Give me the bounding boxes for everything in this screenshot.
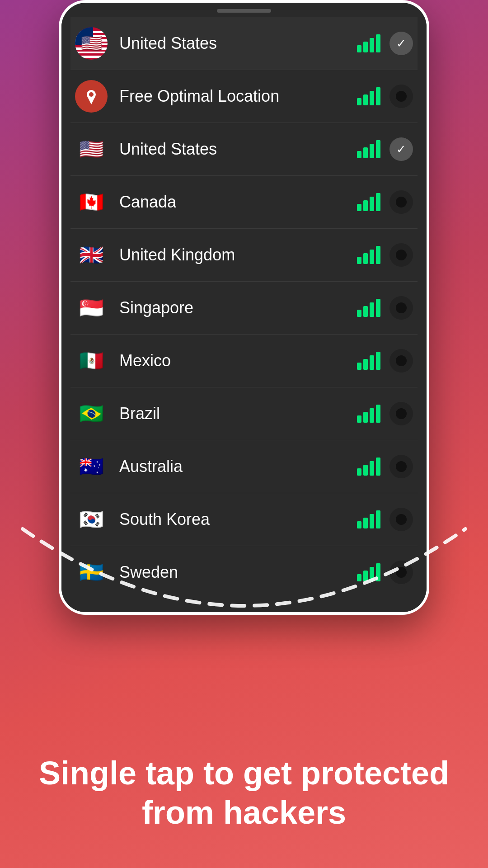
signal-bar-3 bbox=[370, 38, 374, 52]
signal-bar-3 bbox=[370, 461, 374, 476]
checkmark-icon: ✓ bbox=[396, 37, 406, 51]
unselected-icon bbox=[389, 349, 413, 373]
location-name: Singapore bbox=[119, 298, 357, 317]
location-name: Free Optimal Location bbox=[119, 87, 357, 106]
signal-bar-1 bbox=[357, 310, 361, 317]
unselected-icon bbox=[389, 190, 413, 214]
signal-bar-2 bbox=[363, 200, 368, 211]
flag-optimal-icon bbox=[75, 80, 108, 113]
signal-bars bbox=[357, 405, 380, 423]
list-item[interactable]: 🇬🇧 United Kingdom bbox=[70, 229, 418, 282]
selected-icon: ✓ bbox=[389, 32, 413, 55]
flag-mexico-icon: 🇲🇽 bbox=[75, 344, 108, 377]
signal-bar-3 bbox=[370, 144, 374, 158]
signal-bars bbox=[357, 34, 380, 52]
unselected-icon bbox=[389, 296, 413, 320]
list-item[interactable]: 🇸🇬 Singapore bbox=[70, 282, 418, 335]
signal-bar-4 bbox=[376, 458, 380, 476]
signal-bar-1 bbox=[357, 45, 361, 52]
flag-us-icon: 🇺🇸 bbox=[75, 27, 108, 60]
list-item[interactable]: 🇺🇸 United States ✓ bbox=[70, 17, 418, 70]
signal-bar-2 bbox=[363, 94, 368, 105]
list-item[interactable]: Free Optimal Location bbox=[70, 70, 418, 123]
signal-bar-2 bbox=[363, 42, 368, 52]
signal-bar-3 bbox=[370, 302, 374, 317]
list-item[interactable]: 🇨🇦 Canada bbox=[70, 176, 418, 229]
flag-brazil-icon: 🇧🇷 bbox=[75, 397, 108, 430]
location-name: Brazil bbox=[119, 404, 357, 423]
signal-bars bbox=[357, 193, 380, 211]
svg-point-1 bbox=[89, 92, 94, 97]
signal-bars bbox=[357, 458, 380, 476]
signal-bar-2 bbox=[363, 306, 368, 317]
drag-handle bbox=[217, 9, 271, 13]
list-item[interactable]: 🇺🇸 United States ✓ bbox=[70, 123, 418, 176]
signal-bar-2 bbox=[363, 412, 368, 423]
signal-bar-1 bbox=[357, 257, 361, 264]
signal-bar-1 bbox=[357, 204, 361, 211]
signal-bars bbox=[357, 140, 380, 158]
pin-icon bbox=[82, 87, 100, 105]
selected-icon: ✓ bbox=[389, 137, 413, 161]
location-name: Canada bbox=[119, 193, 357, 212]
flag-us-icon: 🇺🇸 bbox=[75, 133, 108, 165]
flag-uk-icon: 🇬🇧 bbox=[75, 239, 108, 271]
signal-bar-3 bbox=[370, 355, 374, 370]
signal-bar-2 bbox=[363, 465, 368, 476]
signal-bar-1 bbox=[357, 363, 361, 370]
bottom-headline: Single tap to get protected from hackers bbox=[27, 754, 461, 832]
signal-bar-2 bbox=[363, 253, 368, 264]
list-item[interactable]: 🇧🇷 Brazil bbox=[70, 387, 418, 440]
signal-bar-4 bbox=[376, 246, 380, 264]
signal-bar-3 bbox=[370, 408, 374, 423]
dashed-arc bbox=[0, 493, 488, 628]
signal-bar-4 bbox=[376, 140, 380, 158]
flag-singapore-icon: 🇸🇬 bbox=[75, 292, 108, 324]
flag-australia-icon: 🇦🇺 bbox=[75, 450, 108, 483]
signal-bars bbox=[357, 87, 380, 105]
signal-bar-1 bbox=[357, 98, 361, 105]
signal-bar-1 bbox=[357, 151, 361, 158]
signal-bar-4 bbox=[376, 405, 380, 423]
location-name: Mexico bbox=[119, 351, 357, 370]
signal-bar-4 bbox=[376, 87, 380, 105]
flag-canada-icon: 🇨🇦 bbox=[75, 186, 108, 218]
location-name: Australia bbox=[119, 457, 357, 476]
signal-bars bbox=[357, 246, 380, 264]
signal-bars bbox=[357, 299, 380, 317]
unselected-icon bbox=[389, 243, 413, 267]
signal-bar-2 bbox=[363, 359, 368, 370]
location-name: United States bbox=[119, 140, 357, 159]
signal-bar-3 bbox=[370, 250, 374, 264]
location-name: United States bbox=[119, 34, 357, 53]
unselected-icon bbox=[389, 402, 413, 425]
signal-bar-4 bbox=[376, 352, 380, 370]
signal-bar-3 bbox=[370, 197, 374, 211]
checkmark-icon: ✓ bbox=[396, 142, 406, 156]
signal-bar-1 bbox=[357, 468, 361, 476]
signal-bar-2 bbox=[363, 147, 368, 158]
svg-marker-2 bbox=[88, 97, 95, 104]
signal-bar-4 bbox=[376, 34, 380, 52]
signal-bars bbox=[357, 352, 380, 370]
list-item[interactable]: 🇦🇺 Australia bbox=[70, 440, 418, 493]
signal-bar-3 bbox=[370, 91, 374, 105]
signal-bar-4 bbox=[376, 193, 380, 211]
unselected-icon bbox=[389, 455, 413, 478]
signal-bar-4 bbox=[376, 299, 380, 317]
unselected-icon bbox=[389, 85, 413, 108]
signal-bar-1 bbox=[357, 415, 361, 423]
location-name: United Kingdom bbox=[119, 245, 357, 264]
bottom-text-container: Single tap to get protected from hackers bbox=[0, 754, 488, 832]
list-item[interactable]: 🇲🇽 Mexico bbox=[70, 335, 418, 387]
